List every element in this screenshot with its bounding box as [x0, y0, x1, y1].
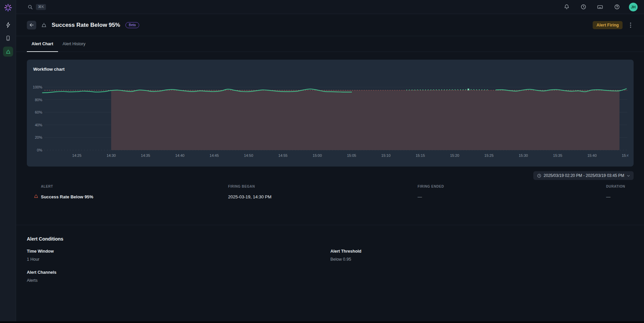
- time-range-label: 2025/03/19 02:20 PM - 2025/03/19 03:45 P…: [544, 173, 624, 178]
- workflow-chart: 100%80%60%40%20%0%14:2514:3014:3514:4014…: [32, 68, 628, 162]
- bell-icon: [564, 4, 570, 10]
- time-range-picker[interactable]: 2025/03/19 02:20 PM - 2025/03/19 03:45 P…: [533, 171, 634, 180]
- device-icon: [5, 35, 11, 41]
- sidebar-item-alerts[interactable]: [0, 45, 16, 58]
- alert-threshold-value: Below 0.95: [330, 257, 351, 262]
- svg-text:80%: 80%: [35, 98, 42, 102]
- search-input[interactable]: ⌘K: [28, 4, 46, 10]
- topbar: ⌘K JH: [16, 0, 644, 14]
- keyboard-icon: [597, 4, 603, 10]
- svg-text:14:50: 14:50: [244, 153, 253, 157]
- conditions-heading: Alert Conditions: [27, 236, 63, 242]
- svg-text:0%: 0%: [37, 148, 42, 152]
- sidebar: [0, 0, 16, 321]
- chevron-down-icon: [627, 174, 630, 178]
- svg-text:15:00: 15:00: [313, 153, 322, 157]
- svg-text:15:45: 15:45: [622, 153, 628, 157]
- clock-icon: [537, 174, 541, 178]
- svg-text:15:05: 15:05: [347, 153, 356, 157]
- cell-firing-ended: —: [418, 194, 422, 199]
- more-options-button[interactable]: [627, 21, 634, 29]
- table-row[interactable]: [34, 194, 39, 199]
- sidebar-item-functions[interactable]: [0, 18, 16, 31]
- alert-firing-status-badge: Alert Firing: [593, 21, 623, 29]
- notifications-button[interactable]: [562, 2, 571, 12]
- workflow-chart-card: Workflow chart 100%80%60%40%20%0%14:2514…: [27, 60, 634, 167]
- svg-text:15:15: 15:15: [416, 153, 425, 157]
- tab-alert-chart[interactable]: Alert Chart: [27, 36, 58, 52]
- alert-type-icon-wrap: [41, 22, 47, 28]
- cell-alert-name[interactable]: Success Rate Below 95%: [41, 194, 93, 199]
- tab-alert-history[interactable]: Alert History: [58, 36, 90, 52]
- search-icon: [28, 4, 33, 10]
- svg-text:40%: 40%: [35, 123, 42, 127]
- window-bottom-edge: [0, 321, 644, 323]
- kebab-menu-icon: [630, 22, 631, 28]
- svg-text:100%: 100%: [33, 85, 42, 89]
- cell-duration: —: [606, 194, 610, 199]
- sidebar-item-apps[interactable]: [0, 31, 16, 45]
- svg-text:15:10: 15:10: [381, 153, 391, 157]
- cell-firing-began: 2025-03-19, 14:30 PM: [228, 194, 271, 199]
- search-shortcut-badge: ⌘K: [36, 4, 46, 10]
- shortcuts-button[interactable]: [595, 2, 605, 12]
- clock-icon: [581, 4, 586, 10]
- alert-threshold-label: Alert Threshold: [330, 249, 361, 254]
- svg-text:14:45: 14:45: [210, 153, 219, 157]
- tab-bar: Alert Chart Alert History: [16, 36, 644, 52]
- column-header-alert: ALERT: [41, 185, 53, 188]
- help-button[interactable]: [612, 2, 622, 12]
- siren-icon: [41, 22, 47, 28]
- svg-text:20%: 20%: [35, 135, 42, 139]
- svg-text:14:30: 14:30: [107, 153, 116, 157]
- siren-icon: [5, 49, 11, 55]
- arrow-left-icon: [29, 22, 34, 27]
- alert-channels-label: Alert Channels: [27, 270, 56, 275]
- time-window-value: 1 Hour: [27, 257, 40, 262]
- history-button[interactable]: [579, 2, 588, 12]
- column-header-firing-began: FIRING BEGAN: [228, 185, 255, 188]
- active-item-highlight: [3, 47, 13, 57]
- time-window-label: Time Window: [27, 249, 54, 254]
- app-logo[interactable]: [0, 2, 16, 13]
- column-header-firing-ended: FIRING ENDED: [418, 185, 444, 188]
- svg-text:15:30: 15:30: [519, 153, 528, 157]
- svg-text:15:20: 15:20: [450, 153, 460, 157]
- section-divider: [16, 225, 644, 225]
- svg-text:14:55: 14:55: [278, 153, 288, 157]
- page-header: Success Rate Below 95% Beta Alert Firing: [16, 14, 644, 36]
- back-button[interactable]: [27, 21, 36, 29]
- svg-text:14:40: 14:40: [175, 153, 184, 157]
- alert-channels-value: Alerts: [27, 278, 38, 283]
- page-title: Success Rate Below 95%: [52, 22, 120, 28]
- svg-text:15:40: 15:40: [587, 153, 597, 157]
- svg-text:15:35: 15:35: [553, 153, 562, 157]
- siren-alert-icon: [34, 194, 39, 199]
- svg-text:60%: 60%: [35, 110, 42, 114]
- help-circle-icon: [614, 4, 620, 10]
- lightning-bolt-icon: [5, 22, 11, 28]
- main-content: Success Rate Below 95% Beta Alert Firing…: [16, 14, 644, 321]
- svg-text:14:35: 14:35: [141, 153, 150, 157]
- avatar[interactable]: JH: [629, 3, 638, 11]
- svg-text:15:25: 15:25: [484, 153, 494, 157]
- svg-text:14:25: 14:25: [72, 153, 82, 157]
- beta-badge: Beta: [125, 22, 139, 28]
- column-header-duration: DURATION: [606, 185, 625, 188]
- starburst-logo-icon: [4, 4, 12, 12]
